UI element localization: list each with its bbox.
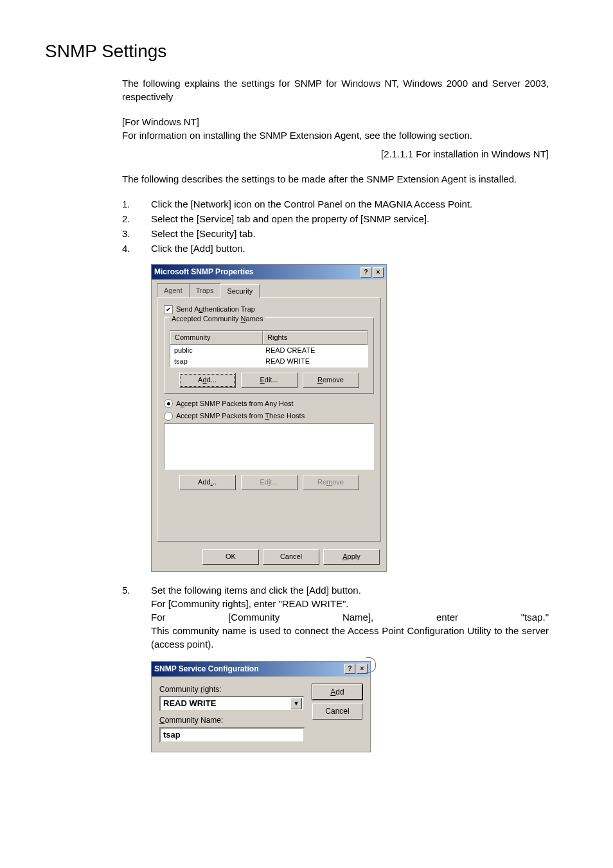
step-number: 4. bbox=[122, 242, 151, 255]
radio-any-host[interactable] bbox=[164, 399, 173, 408]
hosts-add-button[interactable]: Add... bbox=[179, 475, 236, 490]
apply-button[interactable]: Apply bbox=[323, 549, 380, 564]
radio-these-hosts[interactable] bbox=[164, 412, 173, 421]
radio-any-host-label: Accept SNMP Packets from Any Host bbox=[176, 399, 294, 409]
intro-text: The following explains the settings for … bbox=[122, 76, 549, 103]
step-number: 5. bbox=[122, 583, 151, 651]
step-text: Click the [Add] button. bbox=[151, 242, 549, 255]
add-button[interactable]: Add bbox=[312, 684, 362, 700]
after-install-text: The following describes the settings to … bbox=[122, 172, 549, 186]
cancel-button[interactable]: Cancel bbox=[263, 549, 319, 564]
help-icon[interactable]: ? bbox=[344, 664, 355, 674]
tab-strip: Agent Traps Security bbox=[152, 279, 386, 297]
community-group-label: Accepted Community Names bbox=[170, 315, 265, 323]
radio-these-hosts-label: Accept SNMP Packets from These Hosts bbox=[176, 411, 305, 421]
cancel-button[interactable]: Cancel bbox=[312, 704, 362, 720]
snmp-service-config-dialog: SNMP Service Configuration ? × Community… bbox=[151, 661, 371, 752]
step-number: 3. bbox=[122, 227, 151, 240]
nt-label: [For Windows NT] bbox=[122, 115, 549, 128]
steps-list-1: 1.Click the [Network] icon on the Contro… bbox=[122, 197, 549, 255]
dialog-title: Microsoft SNMP Properties bbox=[154, 267, 253, 278]
step-text: Set the following items and click the [A… bbox=[151, 583, 549, 651]
hosts-edit-button: Edit... bbox=[241, 475, 298, 490]
step5-community-name-line: For [Community Name], enter "tsap." bbox=[151, 610, 549, 624]
dialog-titlebar: SNMP Service Configuration ? × bbox=[152, 662, 370, 677]
dialog-titlebar: Microsoft SNMP Properties ? × bbox=[152, 265, 386, 279]
dialog-title: SNMP Service Configuration bbox=[154, 664, 258, 675]
community-edit-button[interactable]: Edit... bbox=[241, 373, 298, 387]
callout-mark bbox=[366, 657, 376, 673]
nt-info-text: For information on installing the SNMP E… bbox=[122, 128, 549, 142]
community-rights-combo[interactable]: READ WRITE ▼ bbox=[159, 696, 305, 711]
tab-security[interactable]: Security bbox=[220, 284, 260, 298]
snmp-properties-dialog: Microsoft SNMP Properties ? × Agent Trap… bbox=[151, 264, 387, 572]
community-name-label: Community Name: bbox=[159, 715, 305, 726]
community-add-button[interactable]: Add... bbox=[179, 373, 236, 387]
hosts-listbox[interactable] bbox=[164, 423, 374, 470]
steps-list-2: 5. Set the following items and click the… bbox=[122, 583, 549, 651]
list-item[interactable]: tsap READ WRITE bbox=[170, 356, 368, 367]
list-item[interactable]: public READ CREATE bbox=[170, 345, 368, 356]
ok-button[interactable]: OK bbox=[202, 549, 259, 564]
step-text: Click the [Network] icon on the Control … bbox=[151, 197, 549, 211]
page-title: SNMP Settings bbox=[45, 39, 568, 64]
tab-traps[interactable]: Traps bbox=[189, 283, 221, 297]
community-name-input[interactable]: tsap bbox=[159, 727, 305, 743]
col-community: Community bbox=[170, 331, 263, 344]
community-groupbox: Accepted Community Names Community Right… bbox=[164, 317, 374, 394]
tab-agent[interactable]: Agent bbox=[157, 283, 190, 297]
step-number: 2. bbox=[122, 212, 151, 226]
step-text: Select the [Security] tab. bbox=[151, 227, 549, 240]
cross-reference: [2.1.1.1 For installation in Windows NT] bbox=[122, 147, 549, 161]
auth-trap-label: Send Authentication Trap bbox=[176, 305, 255, 314]
community-rights-label: Community rights: bbox=[159, 684, 305, 695]
community-listbox[interactable]: Community Rights public READ CREATE tsap… bbox=[170, 330, 368, 368]
chevron-down-icon[interactable]: ▼ bbox=[290, 698, 302, 709]
hosts-remove-button: Remove bbox=[303, 475, 359, 490]
community-remove-button[interactable]: Remove bbox=[303, 373, 359, 387]
community-rights-value: READ WRITE bbox=[163, 698, 216, 709]
step-number: 1. bbox=[122, 197, 151, 211]
tab-body: ✔ Send Authentication Trap Accepted Comm… bbox=[157, 297, 381, 542]
auth-trap-checkbox[interactable]: ✔ bbox=[164, 305, 173, 314]
step-text: Select the [Service] tab and open the pr… bbox=[151, 212, 549, 226]
help-icon[interactable]: ? bbox=[360, 267, 371, 278]
close-icon[interactable]: × bbox=[373, 267, 384, 278]
col-rights: Rights bbox=[263, 331, 368, 344]
